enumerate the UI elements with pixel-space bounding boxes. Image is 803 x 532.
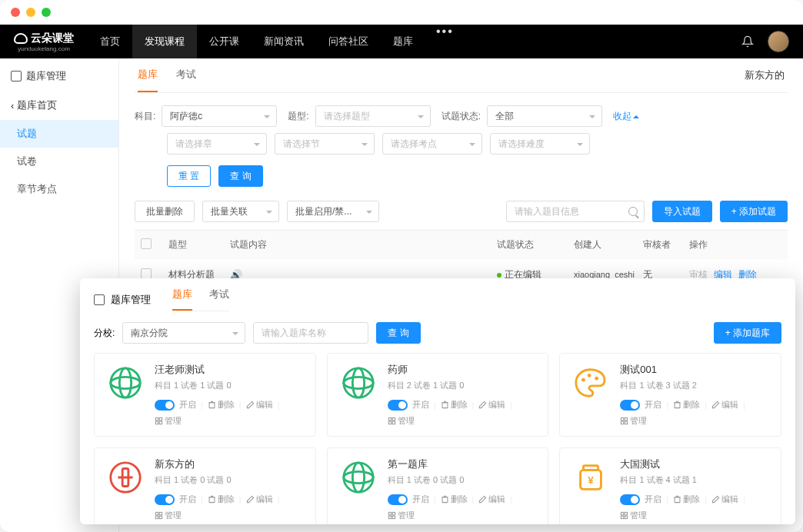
reset-button[interactable]: 重 置 xyxy=(167,165,211,187)
search-input[interactable]: 请输入题目信息 xyxy=(506,201,645,222)
toggle-switch[interactable] xyxy=(155,494,175,505)
point-select[interactable]: 请选择考点 xyxy=(382,133,482,155)
card-title: 汪老师测试 xyxy=(155,363,305,377)
close-window-icon[interactable] xyxy=(11,8,20,17)
add-question-button[interactable]: + 添加试题 xyxy=(720,201,788,222)
overlay-tab-bank[interactable]: 题库 xyxy=(172,288,192,311)
card-manage[interactable]: 管理 xyxy=(388,510,415,521)
bulk-delete-button[interactable]: 批量删除 xyxy=(135,201,195,222)
bank-icon xyxy=(11,71,22,81)
overlay-query-button[interactable]: 查 询 xyxy=(376,322,420,344)
card-meta: 科目 1 试卷 1 试题 0 xyxy=(155,380,305,391)
nav-more[interactable]: ••• xyxy=(425,25,465,58)
card-manage[interactable]: 管理 xyxy=(155,510,182,521)
chevron-left-icon: ‹ xyxy=(11,100,14,111)
card-edit[interactable]: 编辑 xyxy=(711,399,738,411)
card-delete[interactable]: 删除 xyxy=(441,494,468,505)
card-delete[interactable]: 删除 xyxy=(673,399,700,411)
sidebar-item-questions[interactable]: 试题 xyxy=(0,120,118,148)
nav-discover[interactable]: 发现课程 xyxy=(132,25,197,58)
tabs: 题库 考试 新东方的 xyxy=(135,58,788,93)
card-edit[interactable]: 编辑 xyxy=(246,494,273,505)
overlay-tab-exam[interactable]: 考试 xyxy=(209,288,229,311)
card-delete[interactable]: 删除 xyxy=(208,399,235,411)
maximize-window-icon[interactable] xyxy=(42,8,51,17)
svg-point-1 xyxy=(111,377,140,388)
bank-card: 测试001科目 1 试卷 3 试题 2开启|删除|编辑|管理 xyxy=(559,353,781,437)
collapse-link[interactable]: 收起 xyxy=(613,110,639,123)
bank-name-input[interactable]: 请输入题库名称 xyxy=(253,322,368,344)
toggle-switch[interactable] xyxy=(388,494,408,505)
status-select[interactable]: 全部 xyxy=(487,105,602,127)
card-icon xyxy=(571,363,611,403)
card-grid: 汪老师测试科目 1 试卷 1 试题 0开启|删除|编辑|管理药师科目 2 试卷 … xyxy=(94,353,781,524)
card-delete[interactable]: 删除 xyxy=(441,399,468,411)
sidebar-back[interactable]: ‹题库首页 xyxy=(0,91,118,120)
bank-card: 新东方的科目 1 试卷 0 试题 0开启|删除|编辑|管理 xyxy=(94,447,316,524)
card-meta: 科目 1 试卷 0 试题 0 xyxy=(388,474,538,486)
import-button[interactable]: 导入试题 xyxy=(652,201,712,222)
svg-rect-27 xyxy=(209,497,215,503)
nav-open-course[interactable]: 公开课 xyxy=(197,25,252,58)
svg-rect-46 xyxy=(621,516,624,518)
type-select[interactable]: 请选择题型 xyxy=(315,105,431,127)
card-manage[interactable]: 管理 xyxy=(155,415,182,427)
chapter-select[interactable]: 请选择章 xyxy=(167,133,267,155)
toggle-switch[interactable] xyxy=(620,494,640,505)
svg-rect-45 xyxy=(625,512,628,514)
branch-label: 分校: xyxy=(94,327,115,340)
sidebar-item-chapters[interactable]: 章节考点 xyxy=(0,175,118,203)
card-delete[interactable]: 删除 xyxy=(208,494,235,505)
nav-qa[interactable]: 问答社区 xyxy=(316,25,381,58)
nav-news[interactable]: 新闻资讯 xyxy=(252,25,316,58)
card-icon xyxy=(105,363,145,403)
nav-items: 首页 发现课程 公开课 新闻资讯 问答社区 题库 ••• xyxy=(88,25,465,58)
svg-rect-44 xyxy=(621,512,624,514)
overlay-title: 题库管理 xyxy=(111,293,151,307)
card-icon xyxy=(105,457,145,497)
card-edit[interactable]: 编辑 xyxy=(478,494,505,505)
card-edit[interactable]: 编辑 xyxy=(711,494,738,505)
minimize-window-icon[interactable] xyxy=(26,8,35,17)
toggle-switch[interactable] xyxy=(155,400,175,411)
tab-bank[interactable]: 题库 xyxy=(138,58,158,92)
query-button[interactable]: 查 询 xyxy=(218,165,262,187)
bulk-toggle-select[interactable]: 批量启用/禁... xyxy=(287,201,379,222)
card-manage[interactable]: 管理 xyxy=(620,415,647,427)
row-checkbox[interactable] xyxy=(141,268,152,279)
nav-home[interactable]: 首页 xyxy=(88,25,132,58)
tab-exam[interactable]: 考试 xyxy=(176,58,196,92)
toggle-switch[interactable] xyxy=(388,400,408,411)
select-all-checkbox[interactable] xyxy=(141,238,152,249)
svg-rect-12 xyxy=(388,417,391,420)
bulk-toolbar: 批量删除 批量关联 批量启用/禁... 请输入题目信息 导入试题 + 添加试题 xyxy=(135,198,788,230)
card-title: 药师 xyxy=(388,363,538,377)
svg-rect-13 xyxy=(392,417,395,420)
logo-text: 云朵课堂 xyxy=(31,32,74,45)
tabs-right-label: 新东方的 xyxy=(745,68,785,82)
difficulty-select[interactable]: 请选择难度 xyxy=(490,133,590,155)
add-bank-button[interactable]: + 添加题库 xyxy=(714,322,781,344)
logo[interactable]: 云朵课堂 yunduoketang.com xyxy=(14,32,74,52)
toggle-switch[interactable] xyxy=(620,400,640,411)
bell-icon[interactable] xyxy=(741,35,754,48)
svg-point-18 xyxy=(595,377,599,381)
card-edit[interactable]: 编辑 xyxy=(246,399,273,411)
card-manage[interactable]: 管理 xyxy=(620,510,647,521)
section-select[interactable]: 请选择节 xyxy=(275,133,375,155)
subject-select[interactable]: 阿萨德c xyxy=(162,105,277,127)
logo-subtext: yunduoketang.com xyxy=(18,45,70,52)
branch-select[interactable]: 南京分院 xyxy=(122,322,245,344)
toggle-label: 开启 xyxy=(645,494,661,505)
avatar[interactable] xyxy=(768,31,789,52)
card-meta: 科目 2 试卷 1 试题 0 xyxy=(388,380,538,391)
nav-bank[interactable]: 题库 xyxy=(381,25,425,58)
sidebar-item-papers[interactable]: 试卷 xyxy=(0,148,118,175)
card-delete[interactable]: 删除 xyxy=(673,494,700,505)
bulk-relate-select[interactable]: 批量关联 xyxy=(202,201,279,222)
card-manage[interactable]: 管理 xyxy=(388,415,415,427)
status-label: 试题状态: xyxy=(441,110,481,123)
card-meta: 科目 1 试卷 3 试题 2 xyxy=(620,380,770,391)
card-edit[interactable]: 编辑 xyxy=(478,399,505,411)
bank-card: 药师科目 2 试卷 1 试题 0开启|删除|编辑|管理 xyxy=(327,353,549,437)
